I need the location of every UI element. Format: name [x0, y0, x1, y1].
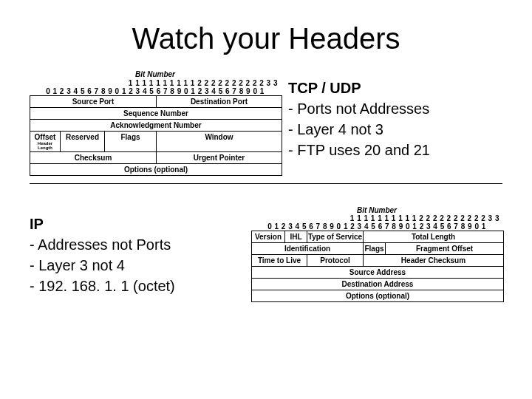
ip-checksum: Header Checksum	[363, 254, 503, 266]
tcp-header-diagram: Bit Number 1 1 1 1 1 1 1 1 1 1 2 2 2 2 2…	[30, 70, 281, 176]
bit-numbers-row1-ip: 1 1 1 1 1 1 1 1 1 1 2 2 2 2 2 2 2 2 2 2 …	[251, 214, 502, 222]
tcp-dest-port: Destination Port	[156, 96, 282, 107]
ip-dstaddr: Destination Address	[252, 278, 503, 290]
divider	[30, 183, 502, 184]
tcp-reserved: Reserved	[60, 131, 104, 151]
ip-header-diagram: Bit Number 1 1 1 1 1 1 1 1 1 1 2 2 2 2 2…	[251, 206, 502, 302]
ip-protocol: Protocol	[307, 254, 363, 266]
ip-heading: IP	[30, 214, 244, 234]
row-ip: IP - Addresses not Ports - Layer 3 not 4…	[30, 206, 502, 304]
slide: Watch your Headers Bit Number 1 1 1 1 1 …	[0, 0, 532, 399]
ip-identification: Identification	[252, 242, 363, 254]
tcp-point-0: - Ports not Addresses	[288, 98, 495, 119]
ip-point-0: - Addresses not Ports	[30, 234, 244, 255]
bit-numbers-row2-ip: 0 1 2 3 4 5 6 7 8 9 0 1 2 3 4 5 6 7 8 9 …	[251, 222, 502, 231]
tcp-heading: TCP / UDP	[288, 78, 495, 98]
tcp-offset-label: Offset	[35, 133, 56, 141]
tcp-source-port: Source Port	[30, 96, 156, 107]
ip-srcaddr: Source Address	[252, 266, 503, 278]
tcp-grid: Source Port Destination Port Sequence Nu…	[30, 95, 282, 176]
ip-fragoff: Fragment Offset	[385, 242, 503, 254]
tcp-urgent: Urgent Pointer	[156, 151, 282, 163]
ip-total-length: Total Length	[363, 231, 503, 242]
ip-version: Version	[252, 231, 284, 242]
ip-flags: Flags	[363, 242, 385, 254]
ip-text-block: IP - Addresses not Ports - Layer 3 not 4…	[30, 206, 251, 304]
tcp-window: Window	[156, 131, 282, 151]
bit-number-label: Bit Number	[30, 70, 281, 78]
tcp-seq: Sequence Number	[30, 107, 282, 119]
tcp-point-1: - Layer 4 not 3	[288, 119, 495, 140]
tcp-point-2: - FTP uses 20 and 21	[288, 140, 495, 160]
tcp-options: Options (optional)	[30, 163, 282, 175]
ip-point-2: - 192. 168. 1. 1 (octet)	[30, 276, 244, 296]
tcp-flags: Flags	[104, 131, 156, 151]
page-title: Watch your Headers	[30, 22, 502, 55]
tcp-offset: Offset Header Length	[30, 131, 60, 151]
tcp-checksum: Checksum	[30, 151, 156, 163]
ip-point-1: - Layer 3 not 4	[30, 255, 244, 276]
bit-number-label-ip: Bit Number	[251, 206, 502, 214]
bit-numbers-row2: 0 1 2 3 4 5 6 7 8 9 0 1 2 3 4 5 6 7 8 9 …	[30, 87, 281, 95]
ip-ihl: IHL	[284, 231, 307, 242]
bit-numbers-row1: 1 1 1 1 1 1 1 1 1 1 2 2 2 2 2 2 2 2 2 2 …	[30, 79, 281, 87]
tcp-ack: Acknowledgment Number	[30, 119, 282, 131]
tcp-offset-sub: Header Length	[30, 141, 60, 150]
ip-ttl: Time to Live	[252, 254, 307, 266]
ip-tos: Type of Service	[307, 231, 363, 242]
row-tcp: Bit Number 1 1 1 1 1 1 1 1 1 1 2 2 2 2 2…	[30, 70, 502, 176]
ip-grid: Version IHL Type of Service Total Length…	[251, 231, 504, 302]
tcp-text-block: TCP / UDP - Ports not Addresses - Layer …	[281, 70, 502, 168]
ip-options: Options (optional)	[252, 290, 503, 301]
